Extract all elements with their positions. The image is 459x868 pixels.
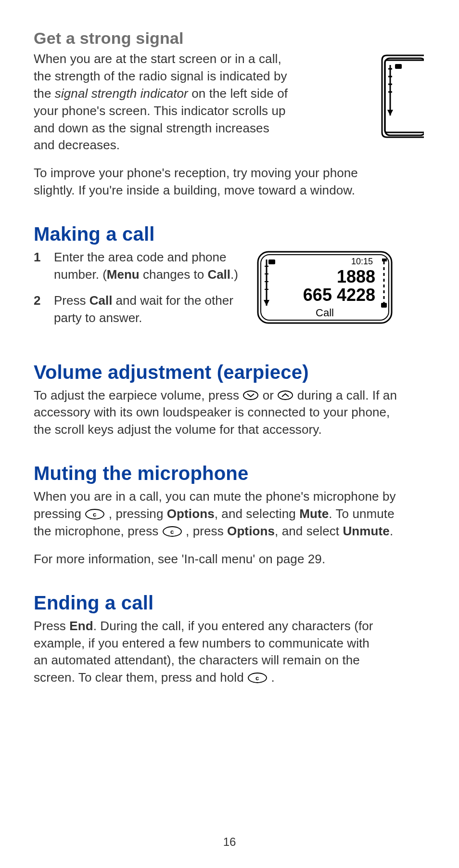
figure-dial-screen: 10:15 1888 665 4228 Call: [255, 249, 395, 326]
c-key-icon: c: [247, 671, 268, 683]
step-2: 2 Press Call and wait for the other part…: [34, 292, 241, 327]
making-call-row: 1 Enter the area code and phone number. …: [34, 249, 425, 337]
svg-rect-20: [381, 303, 387, 308]
text: , press: [186, 524, 227, 538]
text: Press: [54, 293, 89, 308]
svg-marker-8: [387, 110, 393, 116]
svg-rect-2: [395, 64, 402, 69]
svg-rect-11: [268, 259, 275, 264]
text: .: [390, 524, 393, 538]
page-number: 16: [0, 835, 459, 849]
muting-para-2: For more information, see 'In-call menu'…: [34, 551, 425, 568]
options-label: Options: [167, 506, 215, 521]
heading-ending: Ending a call: [34, 592, 425, 614]
dial-screen-icon: 10:15 1888 665 4228 Call: [255, 249, 395, 326]
scroll-up-key-icon: [277, 388, 293, 399]
volume-para: To adjust the earpiece volume, press or …: [34, 387, 399, 439]
menu-label: Menu: [107, 267, 140, 282]
dial-number-2: 665 4228: [303, 285, 375, 305]
call-label: Call: [89, 293, 113, 308]
signal-indicator-term: signal strength indicator: [55, 86, 188, 101]
heading-muting: Muting the microphone: [34, 463, 425, 484]
softkey-label: Call: [316, 307, 334, 319]
end-label: End: [69, 619, 93, 633]
mute-label: Mute: [299, 506, 329, 521]
svg-text:c: c: [93, 511, 96, 518]
svg-text:c: c: [255, 674, 259, 682]
text: changes to: [140, 267, 208, 282]
screen-time: 10:15: [351, 257, 373, 266]
step-1: 1 Enter the area code and phone number. …: [34, 249, 241, 284]
svg-rect-0: [385, 58, 425, 135]
heading-making-call: Making a call: [34, 223, 425, 245]
text: , pressing: [109, 506, 167, 521]
text: Press: [34, 619, 69, 633]
svg-rect-1: [424, 51, 425, 142]
figure-signal-screen: [380, 51, 425, 142]
call-steps: 1 Enter the area code and phone number. …: [34, 249, 241, 327]
call-label: Call: [207, 267, 230, 282]
svg-marker-17: [264, 300, 269, 306]
c-key-icon: c: [85, 507, 105, 519]
text: .): [230, 267, 238, 282]
heading-get-signal: Get a strong signal: [34, 29, 425, 48]
text: , and select: [275, 524, 343, 538]
step-number: 2: [34, 292, 40, 310]
muting-para-1: When you are in a call, you can mute the…: [34, 488, 404, 540]
svg-point-21: [243, 391, 258, 400]
options-label: Options: [227, 524, 275, 538]
svg-text:c: c: [170, 528, 174, 535]
signal-para-2: To improve your phone's reception, try m…: [34, 165, 370, 199]
text: To adjust the earpiece volume, press: [34, 388, 242, 402]
text: or: [263, 388, 278, 402]
svg-rect-18: [382, 259, 387, 261]
dial-number-1: 1888: [337, 267, 375, 286]
scroll-down-key-icon: [242, 388, 259, 399]
manual-page: Get a strong signal When you are at the …: [0, 0, 459, 868]
ending-para: Press End. During the call, if you enter…: [34, 618, 380, 687]
svg-point-22: [278, 391, 293, 400]
signal-para-1: When you are at the start screen or in a…: [34, 51, 293, 154]
signal-row: When you are at the start screen or in a…: [34, 51, 425, 165]
signal-screen-icon: [380, 51, 425, 142]
text: .: [271, 670, 274, 685]
step-number: 1: [34, 249, 40, 266]
unmute-label: Unmute: [343, 524, 389, 538]
heading-volume: Volume adjustment (earpiece): [34, 362, 425, 383]
c-key-icon: c: [162, 525, 182, 536]
text: , and selecting: [215, 506, 300, 521]
